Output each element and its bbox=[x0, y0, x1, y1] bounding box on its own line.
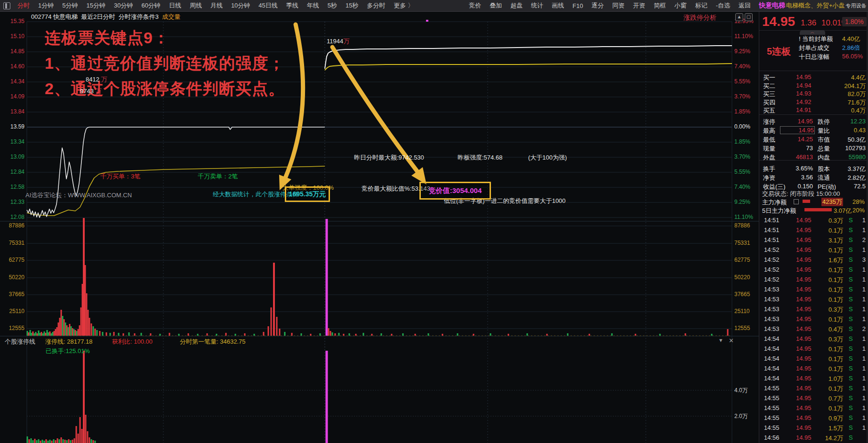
trade-price: 14.95 bbox=[796, 256, 812, 263]
chart-period[interactable]: 最近2日分时 bbox=[81, 13, 115, 20]
bid-level-label: 买一 bbox=[763, 73, 775, 82]
menu-item-30分钟[interactable]: 30分钟 bbox=[110, 1, 137, 10]
subpane-name[interactable]: 个股涨停线 bbox=[5, 338, 35, 346]
expand-icon[interactable]: ▲ bbox=[735, 13, 743, 21]
pct-axis-label: 7.40% bbox=[734, 184, 750, 190]
menu-item-周线[interactable]: 周线 bbox=[185, 1, 206, 10]
trade-time: 14:53 bbox=[764, 325, 780, 332]
trade-count: 1 bbox=[856, 246, 866, 253]
tool-item-F10[interactable]: F10 bbox=[568, 2, 587, 9]
tool-item-小窗[interactable]: 小窗 bbox=[670, 1, 691, 10]
tool-item-统计[interactable]: 统计 bbox=[527, 1, 547, 10]
trade-row[interactable]: 14:5414.951.0万S1 bbox=[759, 375, 868, 384]
seal-info-value: 56.05% bbox=[842, 53, 863, 60]
subpane-first-volume: 分时第一笔量: 34632.75 bbox=[180, 338, 245, 346]
trade-time: 14:52 bbox=[764, 246, 780, 253]
menu-item-季线[interactable]: 季线 bbox=[282, 1, 303, 10]
tool-item-同资[interactable]: 同资 bbox=[608, 1, 629, 10]
menu-item-45日线[interactable]: 45日线 bbox=[254, 1, 281, 10]
trade-row[interactable]: 14:5414.950.1万S1 bbox=[759, 365, 868, 374]
stat-label: 总量 bbox=[818, 145, 830, 153]
limit-analysis-label[interactable]: 涨跌停分析 bbox=[683, 14, 716, 22]
price-axis-label: 12.58 bbox=[4, 184, 24, 190]
menu-item-日线[interactable]: 日线 bbox=[165, 1, 185, 10]
stat-value: 3.37亿 bbox=[831, 165, 866, 173]
bid-price: 14.92 bbox=[796, 98, 812, 105]
menu-item-5分钟[interactable]: 5分钟 bbox=[58, 1, 82, 10]
tool-item-叠加[interactable]: 叠加 bbox=[485, 1, 506, 10]
menu-item-15分钟[interactable]: 15分钟 bbox=[82, 1, 109, 10]
tool-item-超盘[interactable]: 超盘 bbox=[506, 1, 527, 10]
trade-row[interactable]: 14:5514.950.7万S1 bbox=[759, 395, 868, 404]
stat-label: 涨停 bbox=[763, 118, 775, 126]
trade-row[interactable]: 14:5414.950.1万S1 bbox=[759, 355, 868, 364]
big-sell-orders-label: 千万卖单：2笔 bbox=[198, 172, 238, 181]
volume-axis-label-left: 87886 bbox=[4, 222, 24, 229]
trade-time: 14:55 bbox=[764, 404, 780, 411]
trade-volume: 0.1万 bbox=[815, 246, 843, 255]
stock-industry-tag: 专用设备 bbox=[846, 2, 867, 9]
menu-item-60分钟[interactable]: 60分钟 bbox=[137, 1, 164, 10]
tool-item-返回[interactable]: 返回 bbox=[734, 1, 755, 10]
trade-row[interactable]: 14:5414.950.1万S1 bbox=[759, 345, 868, 354]
trade-row[interactable]: 14:5214.950.1万S1 bbox=[759, 276, 868, 285]
trade-row[interactable]: 14:5314.950.3万S1 bbox=[759, 306, 868, 315]
trade-row[interactable]: 14:5514.950.1万S1 bbox=[759, 404, 868, 414]
tool-item-竞价[interactable]: 竞价 bbox=[465, 1, 485, 10]
trade-side: S bbox=[849, 306, 853, 313]
subpane-limit-line: 涨停线: 28177.18 bbox=[45, 338, 92, 346]
close-icon[interactable]: ✕ bbox=[729, 337, 734, 344]
tool-item-画线[interactable]: 画线 bbox=[547, 1, 568, 10]
trade-count: 1 bbox=[856, 266, 866, 273]
trade-time: 14:52 bbox=[764, 256, 780, 263]
layout-window-icon[interactable] bbox=[3, 2, 10, 9]
volume-axis-label-left: 62775 bbox=[4, 257, 24, 263]
trade-price: 14.95 bbox=[796, 404, 812, 411]
menu-item-更多 〉[interactable]: 更多 〉 bbox=[390, 1, 418, 10]
trade-price: 14.95 bbox=[796, 395, 812, 402]
menu-item-1分钟[interactable]: 1分钟 bbox=[34, 1, 58, 10]
menu-item-10分钟[interactable]: 10分钟 bbox=[227, 1, 254, 10]
chart-icon[interactable] bbox=[794, 199, 799, 204]
menu-item-15秒[interactable]: 15秒 bbox=[341, 1, 362, 10]
menu-item-5秒[interactable]: 5秒 bbox=[323, 1, 341, 10]
tool-item-逐分[interactable]: 逐分 bbox=[587, 1, 608, 10]
chevron-down-icon[interactable]: ▾ bbox=[719, 337, 723, 344]
trade-volume: 0.1万 bbox=[815, 226, 843, 235]
trade-row[interactable]: 14:5114.950.3万S1 bbox=[759, 217, 868, 226]
bid-level-label: 买二 bbox=[763, 82, 775, 90]
collapse-pill[interactable]: ︿ bbox=[800, 30, 825, 35]
tool-item-开资[interactable]: 开资 bbox=[629, 1, 650, 10]
window-icon[interactable]: ▢ bbox=[745, 13, 753, 21]
trade-row[interactable]: 14:5314.950.4万S2 bbox=[759, 325, 868, 335]
trade-row[interactable]: 14:5514.950.1万S1 bbox=[759, 385, 868, 394]
chart-indicator[interactable]: 分时涨停条件3 bbox=[119, 13, 159, 20]
stat-label: 量比 bbox=[818, 127, 830, 135]
main-net-label: 主力净额 bbox=[762, 198, 787, 207]
trade-row[interactable]: 14:5214.951.6万S3 bbox=[759, 256, 868, 266]
trade-count: 1 bbox=[856, 365, 866, 372]
trade-time: 14:51 bbox=[764, 236, 780, 243]
menu-item-月线[interactable]: 月线 bbox=[206, 1, 227, 10]
trade-row[interactable]: 14:5214.950.1万S1 bbox=[759, 246, 868, 256]
tool-item--自选[interactable]: -自选 bbox=[712, 1, 734, 10]
trade-row[interactable]: 14:5514.950.9万S1 bbox=[759, 414, 868, 424]
trade-row[interactable]: 14:5214.950.1万S1 bbox=[759, 266, 868, 275]
tool-item-简框[interactable]: 简框 bbox=[650, 1, 670, 10]
trade-row[interactable]: 14:5414.950.3万S1 bbox=[759, 335, 868, 345]
trade-row[interactable]: 14:5114.953.1万S2 bbox=[759, 236, 868, 246]
volume-axis-label-left: 50220 bbox=[4, 274, 24, 281]
menu-item-分时[interactable]: 分时 bbox=[13, 1, 34, 10]
trade-row[interactable]: 14:5314.950.1万S1 bbox=[759, 315, 868, 325]
chart-volume-label[interactable]: 成交量 bbox=[162, 13, 180, 20]
trade-row[interactable]: 14:5614.9514.2万S bbox=[759, 434, 868, 443]
trade-row[interactable]: 14:5114.950.1万S1 bbox=[759, 226, 868, 236]
trade-row[interactable]: 14:5514.951.5万S1 bbox=[759, 424, 868, 434]
trade-price: 14.95 bbox=[796, 236, 812, 243]
menu-item-年线[interactable]: 年线 bbox=[303, 1, 323, 10]
trade-row[interactable]: 14:5314.950.1万S1 bbox=[759, 286, 868, 295]
stock-name[interactable]: 快意电梯 bbox=[759, 1, 785, 10]
menu-item-多分时[interactable]: 多分时 bbox=[363, 1, 390, 10]
trade-row[interactable]: 14:5314.950.1万S1 bbox=[759, 296, 868, 305]
tool-item-标记[interactable]: 标记 bbox=[691, 1, 712, 10]
